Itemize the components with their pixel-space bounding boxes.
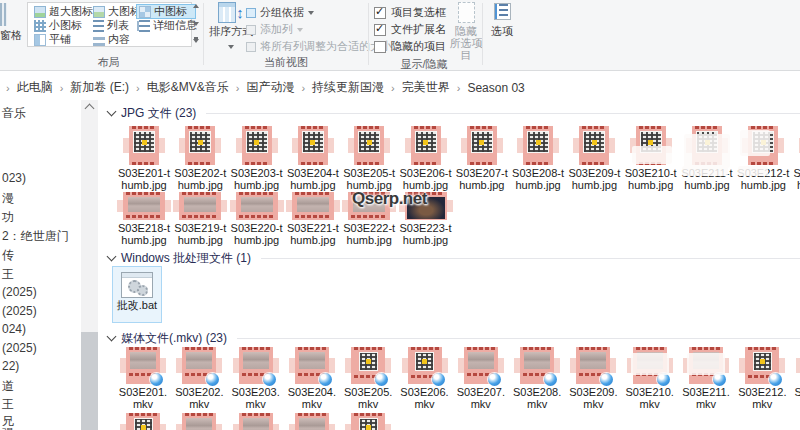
checkbox-icon[interactable] <box>374 24 386 36</box>
checkbox-row-2[interactable]: 文件扩展名 <box>374 22 446 37</box>
tree-item[interactable]: 功 <box>2 209 14 226</box>
file-item[interactable] <box>341 411 395 430</box>
file-item[interactable]: S03E211-thumb.jpg <box>680 124 734 191</box>
tree-item[interactable]: (2025) <box>2 341 37 355</box>
options-button[interactable]: 选项 <box>487 3 517 39</box>
file-item[interactable]: S03E201.mkv <box>116 345 170 410</box>
file-item[interactable]: S03E213-thumb.jpg <box>793 124 800 191</box>
breadcrumb-item[interactable]: 持续更新国漫 <box>312 79 384 96</box>
tree-item[interactable]: 音乐 <box>2 105 26 122</box>
layout-option-5[interactable]: 列表 <box>90 18 140 33</box>
file-item[interactable]: S03E212.mkv <box>735 345 789 410</box>
tree-item[interactable]: 道 <box>2 378 14 395</box>
file-item[interactable] <box>172 411 226 430</box>
file-item[interactable]: S03E218-thumb.jpg <box>117 190 171 246</box>
file-item[interactable] <box>229 411 283 430</box>
file-item-selected[interactable]: 批改.bat <box>112 266 162 323</box>
file-item[interactable]: S03E208.mkv <box>510 345 564 410</box>
layout-option-7[interactable]: 平铺 <box>31 32 94 47</box>
media-player-overlay-icon <box>488 373 501 386</box>
breadcrumb-separator-icon: › <box>60 82 64 94</box>
file-item[interactable]: S03E221-thumb.jpg <box>286 190 340 246</box>
file-item[interactable] <box>285 411 339 430</box>
navigation-pane-icon[interactable] <box>0 3 7 26</box>
file-item[interactable]: S03E220-thumb.jpg <box>230 190 284 246</box>
group-header[interactable]: 媒体文件(.mkv) (23) <box>108 331 800 345</box>
sidebar-scrollbar-thumb[interactable] <box>81 332 98 430</box>
file-item[interactable]: S03E209.mkv <box>566 345 620 410</box>
hide-selected-items-icon <box>458 2 475 23</box>
file-item[interactable]: S03E206.mkv <box>398 345 452 410</box>
tree-item[interactable]: 023) <box>2 171 26 185</box>
thumbnail-text-band <box>748 347 776 350</box>
tree-item[interactable]: 王 <box>2 396 14 413</box>
file-item[interactable]: S03E202.mkv <box>172 345 226 410</box>
layout-option-2[interactable]: 大图标 <box>90 4 140 19</box>
thumbnail-edge <box>329 358 335 373</box>
file-item[interactable]: S03E203-thumb.jpg <box>230 124 284 191</box>
file-item[interactable]: S03E204-thumb.jpg <box>286 124 340 191</box>
file-item[interactable]: S03E205.mkv <box>341 345 395 410</box>
file-item[interactable]: S03E201-thumb.jpg <box>117 124 171 191</box>
file-item[interactable]: S03E208-thumb.jpg <box>511 124 565 191</box>
file-item[interactable]: S03E206-thumb.jpg <box>399 124 453 191</box>
tree-item[interactable]: 漫 <box>2 190 14 207</box>
group-header[interactable]: JPG 文件 (23) <box>108 106 800 120</box>
group-header[interactable]: Windows 批处理文件 (1) <box>108 251 800 265</box>
layout-option-4[interactable]: 小图标 <box>31 18 94 33</box>
thumbnail-edge <box>441 138 447 154</box>
file-item[interactable]: S03E212-thumb.jpg <box>736 124 790 191</box>
layout-option-1[interactable]: 超大图标 <box>31 4 94 19</box>
file-item[interactable]: S03E207-thumb.jpg <box>455 124 509 191</box>
file-thumbnail <box>295 347 329 384</box>
checkbox-icon[interactable] <box>374 41 386 53</box>
checkbox-row-3[interactable]: 隐藏的项目 <box>374 39 446 54</box>
layout-option-3[interactable]: 中图标 <box>136 4 196 19</box>
breadcrumb-item[interactable]: 电影&MV&音乐 <box>147 79 229 96</box>
checkbox-icon[interactable] <box>374 7 386 19</box>
layout-option-6[interactable]: 详细信息 <box>136 18 196 33</box>
chevron-down-icon[interactable] <box>107 252 117 262</box>
breadcrumb-item[interactable]: 完美世界 <box>402 79 450 96</box>
file-item[interactable] <box>116 411 170 430</box>
breadcrumb-item[interactable]: 新加卷 (E:) <box>70 79 129 96</box>
gallery-more-icon[interactable] <box>193 39 199 43</box>
file-label: humb.jpg <box>286 235 340 247</box>
tree-item[interactable]: 024) <box>2 322 26 336</box>
chevron-down-icon[interactable] <box>107 107 117 117</box>
tree-item[interactable]: 22) <box>2 359 19 373</box>
gallery-scroll-up-icon[interactable] <box>193 4 199 8</box>
tree-item[interactable]: 王 <box>2 266 14 283</box>
breadcrumb-item[interactable]: 国产动漫 <box>246 79 294 96</box>
navigation-pane-button[interactable]: 窗格 <box>0 28 22 43</box>
breadcrumb-item[interactable]: Season 03 <box>467 81 524 95</box>
tree-item[interactable]: 强 <box>2 425 14 430</box>
file-label: humb.jpg <box>455 180 509 192</box>
tree-item[interactable]: (2025) <box>2 304 37 318</box>
tree-item[interactable]: 传 <box>2 247 14 264</box>
file-item[interactable]: S03E204.mkv <box>285 345 339 410</box>
file-item[interactable]: S03E202-thumb.jpg <box>173 124 227 191</box>
breadcrumb-item[interactable]: 此电脑 <box>17 79 53 96</box>
thumbnail-edge <box>447 200 453 211</box>
file-item[interactable]: S03E210.mkv <box>623 345 677 410</box>
file-item[interactable]: S03E211.mkv <box>679 345 733 410</box>
gallery-scroll-down-icon[interactable] <box>193 22 199 26</box>
size-columns-button[interactable]: 将所有列调整为合适的大小 <box>246 39 392 54</box>
tree-item[interactable]: 2：绝世唐门 <box>2 228 69 245</box>
address-bar[interactable]: ›此电脑›新加卷 (E:)›电影&MV&音乐›国产动漫›持续更新国漫›完美世界›… <box>0 71 800 100</box>
file-item[interactable]: S03E219-thumb.jpg <box>173 190 227 246</box>
group-by-button[interactable]: 分组依据 <box>246 5 314 20</box>
tree-item[interactable]: (2025) <box>2 285 37 299</box>
layout-option-8[interactable]: 内容 <box>90 32 140 47</box>
file-item[interactable]: S03E209-thumb.jpg <box>567 124 621 191</box>
file-item[interactable]: S03E213.mkv <box>792 345 800 410</box>
chevron-down-icon[interactable] <box>107 332 117 342</box>
checkbox-row-1[interactable]: 项目复选框 <box>374 5 446 20</box>
hide-selected-items-button[interactable]: 隐藏 所选项目 <box>447 2 485 56</box>
file-item[interactable]: S03E205-thumb.jpg <box>342 124 396 191</box>
file-item[interactable]: S03E207.mkv <box>454 345 508 410</box>
file-item[interactable]: S03E203.mkv <box>229 345 283 410</box>
add-columns-button[interactable]: 添加列 <box>246 22 303 37</box>
file-item[interactable]: S03E210-thumb.jpg <box>624 124 678 191</box>
